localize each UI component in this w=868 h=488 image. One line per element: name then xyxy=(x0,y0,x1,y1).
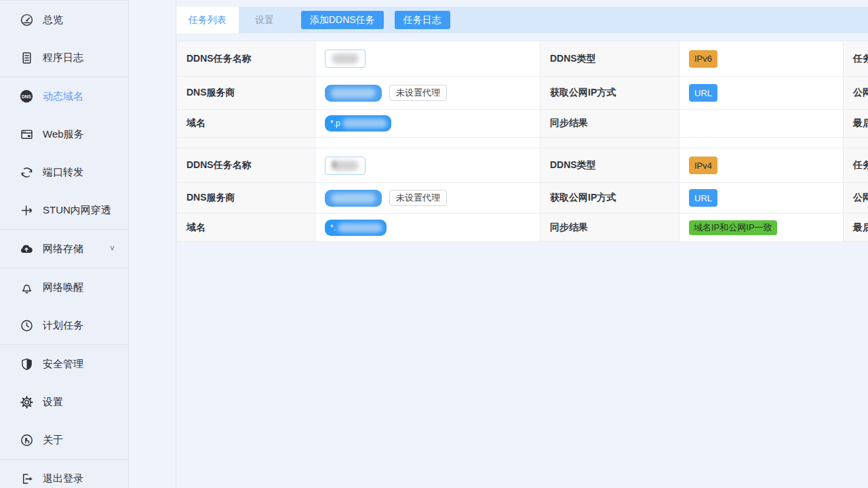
dns-provider-badge xyxy=(325,85,382,102)
ipv4-tag: IPv4 xyxy=(689,157,717,174)
clipped-label-task: 任务 xyxy=(844,41,868,77)
redacted-provider xyxy=(331,88,376,98)
bell-icon xyxy=(19,280,34,295)
sidebar-group-4: 网络唤醒 计划任务 xyxy=(0,268,128,344)
tab-task-list[interactable]: 任务列表 xyxy=(176,7,239,33)
sidebar-item-logout[interactable]: 退出登录 xyxy=(0,460,128,488)
domain-value-cell: *. xyxy=(315,214,540,242)
redacted-provider xyxy=(331,193,376,203)
sidebar-group-6: 退出登录 xyxy=(0,459,128,488)
sidebar-item-security[interactable]: 安全管理 xyxy=(0,345,128,383)
sidebar-item-stun[interactable]: STUN内网穿透 xyxy=(0,191,128,229)
sidebar-item-label: 计划任务 xyxy=(43,319,83,332)
sidebar-item-label: 总览 xyxy=(43,14,63,26)
cloud-upload-icon xyxy=(19,241,34,256)
sidebar-group-2: DNS 动态域名 Web服务 端口转发 STUN内网穿透 xyxy=(0,77,128,229)
sidebar: 总览 程序日志 DNS 动态域名 Web服务 端口转发 xyxy=(0,0,129,488)
dns-provider-value-cell: 未设置代理 xyxy=(315,77,540,110)
gear-icon xyxy=(19,394,34,409)
task-name-label: DDNS任务名称 xyxy=(177,41,315,77)
clipped-label-public: 公网 xyxy=(844,183,868,214)
ddns-type-value-cell: IPv6 xyxy=(679,41,844,77)
task-name-label: DDNS任务名称 xyxy=(177,148,315,183)
sidebar-item-overview[interactable]: 总览 xyxy=(0,1,128,39)
sync-result-value-cell xyxy=(679,110,844,138)
sidebar-item-about[interactable]: 关于 xyxy=(0,421,128,459)
gauge-icon xyxy=(19,12,34,27)
ip-method-label: 获取公网IP方式 xyxy=(540,77,679,110)
sidebar-item-settings[interactable]: 设置 xyxy=(0,383,128,421)
sync-result-value-cell: 域名IP和公网IP一致 xyxy=(679,214,844,242)
ip-method-value-cell: URL xyxy=(679,183,844,214)
clipped-label-task: 任务 xyxy=(844,148,868,183)
ip-method-value-cell: URL xyxy=(679,77,844,110)
ddns-type-value-cell: IPv4 xyxy=(679,148,844,183)
sidebar-item-label: 程序日志 xyxy=(43,52,83,64)
task-log-button[interactable]: 任务日志 xyxy=(395,11,450,29)
table-row: 域名 *. 同步结果 域名IP和公网IP一致 最后 xyxy=(177,214,868,242)
clipped-label-last: 最后 xyxy=(844,214,868,242)
table-row: 域名 *.p 同步结果 最后 xyxy=(177,110,868,138)
table-row: DDNS任务名称 DDNS类型 IPv4 任务 xyxy=(177,148,868,183)
task-name-badge xyxy=(325,157,366,175)
url-tag: URL xyxy=(689,84,717,102)
ipv6-tag: IPv6 xyxy=(689,50,717,68)
domain-value-cell: *.p xyxy=(315,110,540,138)
dns-provider-badge xyxy=(325,190,382,207)
no-proxy-tag: 未设置代理 xyxy=(389,190,447,206)
redacted-task-name xyxy=(332,54,359,64)
redacted-domain xyxy=(342,119,387,128)
add-ddns-task-button[interactable]: 添加DDNS任务 xyxy=(301,11,384,29)
redacted-domain xyxy=(338,223,382,232)
redacted-task-name xyxy=(332,161,359,171)
sidebar-item-program-logs[interactable]: 程序日志 xyxy=(0,39,128,77)
ddns-type-label: DDNS类型 xyxy=(540,41,679,77)
shield-icon xyxy=(19,357,34,371)
sidebar-item-label: Web服务 xyxy=(43,128,84,141)
hand-pointer-icon xyxy=(19,432,34,447)
domain-prefix: *.p xyxy=(330,119,340,128)
svg-text:DNS: DNS xyxy=(22,94,32,99)
table-spacer-row xyxy=(177,138,868,148)
sync-result-label: 同步结果 xyxy=(540,110,679,138)
task-name-value-cell xyxy=(315,148,540,183)
task-name-badge xyxy=(325,49,366,68)
sidebar-item-web-service[interactable]: Web服务 xyxy=(0,115,128,153)
domain-badge: *.p xyxy=(325,115,391,131)
tab-settings[interactable]: 设置 xyxy=(239,7,290,33)
stun-passthrough-icon xyxy=(19,203,34,218)
ddns-type-label: DDNS类型 xyxy=(540,148,679,183)
sidebar-item-label: 网络唤醒 xyxy=(43,281,83,294)
table-row: DDNS任务名称 DDNS类型 IPv6 任务 xyxy=(177,41,868,77)
sidebar-item-scheduled-tasks[interactable]: 计划任务 xyxy=(0,306,128,344)
tab-bar: 任务列表 设置 添加DDNS任务 任务日志 xyxy=(176,7,868,33)
log-document-icon xyxy=(19,50,34,65)
chevron-down-icon: ˅ xyxy=(110,244,115,253)
dns-provider-value-cell: 未设置代理 xyxy=(315,183,540,214)
table-row: DNS服务商 未设置代理 获取公网IP方式 URL 公网 xyxy=(177,77,868,110)
clipped-label-last: 最后 xyxy=(844,110,868,138)
sidebar-item-network-storage[interactable]: 网络存储 ˅ xyxy=(0,230,128,268)
url-tag: URL xyxy=(689,189,717,207)
ip-method-label: 获取公网IP方式 xyxy=(540,183,679,214)
domain-label: 域名 xyxy=(177,214,315,242)
ddns-task-table: DDNS任务名称 DDNS类型 IPv6 任务 DNS服务商 未设置代理 获取公… xyxy=(176,41,868,242)
dns-provider-label: DNS服务商 xyxy=(177,183,315,214)
sidebar-item-label: 关于 xyxy=(43,434,63,447)
sidebar-item-ddns[interactable]: DNS 动态域名 xyxy=(0,77,128,115)
sidebar-item-label: 网络存储 xyxy=(43,243,83,256)
dns-icon: DNS xyxy=(19,89,34,104)
dns-provider-label: DNS服务商 xyxy=(177,77,315,110)
sidebar-item-label: 设置 xyxy=(43,396,63,409)
domain-label: 域名 xyxy=(177,110,315,138)
browser-window-icon xyxy=(19,127,34,142)
sidebar-group-5: 安全管理 设置 关于 xyxy=(0,344,128,459)
sidebar-group-1: 总览 程序日志 xyxy=(0,0,128,77)
logout-icon xyxy=(19,471,34,486)
sidebar-item-label: 动态域名 xyxy=(43,90,83,103)
sidebar-item-wake-on-lan[interactable]: 网络唤醒 xyxy=(0,268,128,306)
clipped-label-public: 公网 xyxy=(844,77,868,110)
no-proxy-tag: 未设置代理 xyxy=(389,85,447,101)
circular-arrows-icon xyxy=(19,165,34,180)
sidebar-item-port-forward[interactable]: 端口转发 xyxy=(0,153,128,191)
